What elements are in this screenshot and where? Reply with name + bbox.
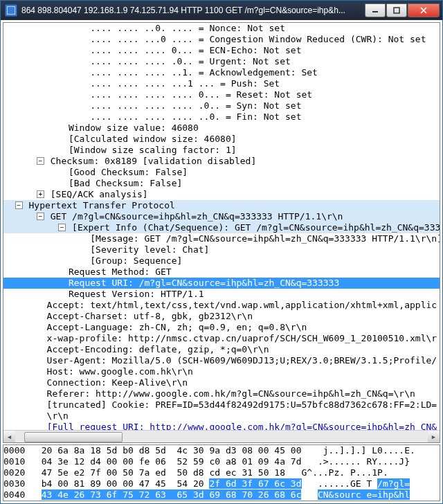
tree-row[interactable]: x-wap-profile: http://nmsc.ctvap.cn/uapr… <box>3 333 440 344</box>
tree-row[interactable]: Accept: text/html,text/css,text/vnd.wap.… <box>3 300 440 311</box>
tree-toggle-icon[interactable]: − <box>58 224 66 231</box>
tree-row[interactable]: [Message: GET /m?gl=CN&source=ihp&hl=zh_… <box>3 233 440 244</box>
minimize-icon <box>372 7 379 14</box>
tree-row[interactable]: [Window size scaling factor: 1] <box>3 145 440 156</box>
tree-row[interactable]: .... .... .... ...1 ... = Push: Set <box>3 78 440 89</box>
window-controls <box>365 3 442 17</box>
svg-rect-0 <box>372 11 378 12</box>
tree-row[interactable]: .... .... ...0 .... = Congestion Window … <box>3 34 440 45</box>
tree-toggle-icon[interactable]: − <box>37 213 44 220</box>
minimize-button[interactable] <box>365 3 386 17</box>
tree-row[interactable]: − [Expert Info (Chat/Sequence): GET /m?g… <box>3 222 440 233</box>
scroll-left-icon[interactable]: ◀ <box>3 431 15 442</box>
hex-row[interactable]: 0020 47 5e e2 7f 00 50 7a ed 50 d8 cd ec… <box>3 467 440 478</box>
tree-row[interactable]: [Group: Sequence] <box>3 255 440 267</box>
close-button[interactable] <box>408 3 440 17</box>
tree-row[interactable]: \r\n <box>3 411 440 422</box>
tree-row[interactable]: + [SEQ/ACK analysis] <box>3 189 440 200</box>
details-tree[interactable]: .... .... ..0. .... = Nonce: Not set ...… <box>3 23 440 430</box>
hex-row[interactable]: 0000 20 6a 8a 18 5d b0 d8 5d 4c 30 9a d3… <box>3 445 440 456</box>
tree-toggle-icon[interactable]: − <box>37 157 44 165</box>
tree-row[interactable]: [Severity level: Chat] <box>3 244 440 255</box>
tree-row[interactable]: Accept-Charset: utf-8, gbk, gb2312\r\n <box>3 311 440 322</box>
details-h-scroll[interactable]: ◀ ▶ <box>3 430 440 442</box>
tree-row[interactable]: .... .... .... .... 0... = Reset: Not se… <box>3 89 440 100</box>
tree-row[interactable]: .... .... .... .... .0.. = Syn: Not set <box>3 100 440 111</box>
maximize-button[interactable] <box>386 3 407 17</box>
tree-row[interactable]: Request Version: HTTP/1.1 <box>3 289 440 300</box>
tree-row[interactable]: [truncated] Cookie: PREF=ID=53d44f82492d… <box>3 399 440 411</box>
tree-row[interactable]: Accept-Language: zh-CN, zh; q=0.9, en; q… <box>3 322 440 333</box>
tree-row[interactable]: − Hypertext Transfer Protocol <box>3 200 440 211</box>
tree-row[interactable]: Window size value: 46080 <box>3 123 440 134</box>
scroll-h-thumb[interactable] <box>24 432 123 442</box>
app-icon <box>5 4 17 17</box>
selected-tree-row[interactable]: Request URI: /m?gl=CN&source=ihp&hl=zh_C… <box>3 278 440 289</box>
packet-details-pane[interactable]: .... .... ..0. .... = Nonce: Not set ...… <box>3 22 440 443</box>
app-window: 864 898.804047 192.168.1.9 74.125.71.94 … <box>0 0 443 504</box>
tree-row[interactable]: [Good Checksum: False] <box>3 167 440 178</box>
tree-toggle-icon[interactable]: + <box>37 190 44 198</box>
tree-row[interactable]: [Bad Checksum: False] <box>3 178 440 189</box>
hex-row[interactable]: 0040 43 4e 26 73 6f 75 72 63 65 3d 69 68… <box>3 489 440 501</box>
tree-row[interactable]: .... .... .... .0.. = Urgent: Not set <box>3 56 440 67</box>
tree-row[interactable]: Referer: http://www.google.com.hk/m?gl=C… <box>3 388 440 399</box>
tree-row[interactable]: .... .... .... 0... = ECN-Echo: Not set <box>3 45 440 56</box>
tree-row[interactable]: User-Agent: Mozilla/5.0 (SCH-W609/W609DJ… <box>3 355 440 366</box>
svg-rect-1 <box>394 8 399 13</box>
content-area: .... .... ..0. .... = Nonce: Not set ...… <box>1 20 442 503</box>
close-icon <box>420 7 427 14</box>
tree-row[interactable]: Host: www.google.com.hk\r\n <box>3 366 440 377</box>
titlebar[interactable]: 864 898.804047 192.168.1.9 74.125.71.94 … <box>1 1 442 20</box>
window-title: 864 898.804047 192.168.1.9 74.125.71.94 … <box>21 6 365 15</box>
hex-row[interactable]: 0010 04 3e 12 d4 00 00 fe 06 52 59 c0 a8… <box>3 456 440 467</box>
tree-row[interactable]: .... .... ..0. .... = Nonce: Not set <box>3 23 440 34</box>
hex-row[interactable]: 0030 b4 00 81 89 00 00 47 45 54 20 2f 6d… <box>3 478 440 489</box>
tree-row[interactable]: .... .... .... ..1. = Acknowledgement: S… <box>3 67 440 78</box>
tree-row[interactable]: [Calculated window size: 46080] <box>3 134 440 145</box>
tree-row[interactable]: Connection: Keep-Alive\r\n <box>3 377 440 388</box>
maximize-icon <box>393 7 400 14</box>
tree-row[interactable]: − GET /m?gl=CN&source=ihp&hl=zh_CN&q=333… <box>3 211 440 222</box>
full-uri-link[interactable]: [Full request URI: http://www.google.com… <box>47 422 437 430</box>
tree-row[interactable]: .... .... .... .... ..0. = Fin: Not set <box>3 111 440 123</box>
tree-toggle-icon[interactable]: − <box>15 201 23 209</box>
tree-row[interactable]: [Full request URI: http://www.google.com… <box>3 422 440 430</box>
scroll-right-icon[interactable]: ▶ <box>428 431 440 442</box>
tree-row[interactable]: − Checksum: 0x8189 [validation disabled] <box>3 156 440 167</box>
tree-row[interactable]: Request Method: GET <box>3 267 440 278</box>
tree-row[interactable]: Accept-Encoding: deflate, gzip, *;q=0\r\… <box>3 344 440 355</box>
packet-bytes-pane[interactable]: 0000 20 6a 8a 18 5d b0 d8 5d 4c 30 9a d3… <box>3 444 440 501</box>
